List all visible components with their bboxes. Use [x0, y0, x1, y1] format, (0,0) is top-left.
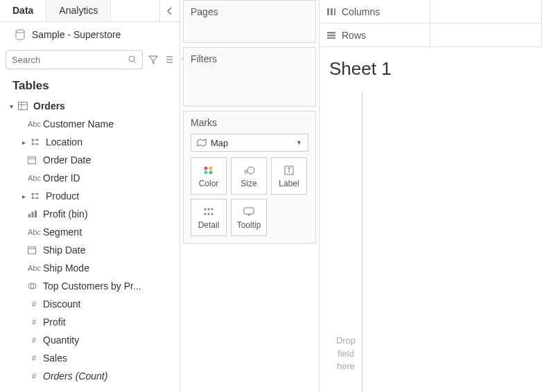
sheet-canvas[interactable]: Sheet 1 Drop field here — [320, 47, 542, 392]
filter-icon[interactable] — [146, 53, 160, 66]
date-icon — [28, 156, 40, 164]
svg-point-44 — [208, 213, 210, 215]
side-tabs: Data Analytics — [0, 0, 180, 22]
svg-point-40 — [204, 208, 207, 210]
field-discount[interactable]: #Discount — [0, 295, 180, 313]
field-label: Segment — [43, 226, 82, 238]
mark-btn-label: Label — [279, 179, 299, 188]
mark-type-select[interactable]: Map ▼ — [191, 134, 308, 152]
field-label: Top Customers by Pr... — [43, 280, 141, 292]
color-icon — [202, 164, 215, 177]
svg-rect-47 — [327, 8, 329, 15]
pages-card[interactable]: Pages — [183, 0, 316, 43]
field-profit-bin[interactable]: Profit (bin) — [0, 205, 180, 223]
field-label: Quantity — [43, 335, 79, 346]
tooltip-icon — [243, 206, 254, 218]
cards-column: Pages Filters Marks Map ▼ Color — [180, 0, 319, 392]
marks-title: Marks — [184, 112, 315, 134]
rows-icon — [326, 31, 336, 39]
pages-title: Pages — [184, 1, 315, 23]
field-quantity[interactable]: #Quantity — [0, 331, 180, 349]
abc-icon: Abc — [28, 264, 40, 272]
abc-icon: Abc — [28, 120, 40, 128]
field-sales[interactable]: #Sales — [0, 349, 180, 367]
rows-label: Rows — [320, 24, 430, 46]
field-label: Profit (bin) — [43, 208, 88, 220]
worksheet-area: Columns Rows Sheet 1 Drop field here — [319, 0, 542, 392]
field-label: Location — [46, 136, 82, 148]
search-input[interactable] — [12, 55, 128, 65]
map-icon — [197, 139, 207, 147]
table-icon — [18, 102, 30, 110]
field-label: Customer Name — [43, 118, 114, 130]
field-customer-name[interactable]: AbcCustomer Name — [0, 115, 180, 133]
svg-rect-48 — [331, 8, 333, 15]
row-axis-drop[interactable]: Drop field here — [329, 91, 362, 392]
sheet-title[interactable]: Sheet 1 — [326, 54, 535, 92]
caret-right-icon[interactable]: ▸ — [19, 193, 28, 200]
filters-title: Filters — [184, 48, 315, 70]
mark-size-button[interactable]: Size — [231, 157, 267, 195]
field-label: Profit — [43, 317, 66, 328]
rows-drop[interactable] — [430, 24, 542, 46]
datasource-row[interactable]: Sample - Superstore — [0, 22, 180, 47]
svg-point-37 — [247, 167, 254, 174]
marks-card: Marks Map ▼ Color Size T — [183, 111, 316, 244]
field-label: Orders — [33, 100, 65, 112]
svg-rect-6 — [19, 103, 28, 110]
field-orders-count[interactable]: #Orders (Count) — [0, 367, 180, 385]
svg-rect-50 — [327, 32, 335, 34]
mark-label-button[interactable]: T Label — [271, 157, 307, 195]
svg-rect-26 — [32, 212, 34, 217]
number-icon: # — [28, 318, 40, 326]
mark-btn-label: Detail — [198, 220, 220, 230]
field-label: Order ID — [43, 172, 80, 184]
svg-rect-51 — [327, 35, 335, 37]
field-product[interactable]: ▸Product — [0, 187, 180, 205]
search-icon — [128, 55, 137, 64]
rows-shelf[interactable]: Rows — [320, 24, 542, 47]
mark-tooltip-button[interactable]: Tooltip — [231, 199, 267, 236]
caret-down-icon[interactable]: ▾ — [7, 103, 15, 110]
mark-detail-button[interactable]: Detail — [191, 199, 227, 236]
svg-rect-28 — [28, 247, 36, 254]
number-icon: # — [28, 372, 40, 380]
field-profit[interactable]: #Profit — [0, 313, 180, 331]
search-input-wrap[interactable] — [6, 50, 143, 69]
table-orders[interactable]: ▾ Orders — [0, 97, 180, 115]
filters-card[interactable]: Filters — [183, 47, 316, 107]
svg-point-41 — [208, 208, 210, 210]
mark-color-button[interactable]: Color — [191, 157, 227, 195]
columns-icon — [326, 8, 336, 16]
columns-shelf[interactable]: Columns — [320, 0, 542, 24]
field-label: Ship Date — [43, 244, 85, 256]
detail-icon — [203, 206, 214, 218]
svg-point-33 — [209, 166, 213, 170]
field-ship-mode[interactable]: AbcShip Mode — [0, 259, 180, 277]
abc-icon: Abc — [28, 228, 40, 236]
tab-data[interactable]: Data — [0, 0, 46, 21]
svg-rect-16 — [28, 157, 36, 164]
field-location[interactable]: ▸Location — [0, 133, 180, 151]
field-top-customers[interactable]: Top Customers by Pr... — [0, 277, 180, 295]
mark-btn-label: Tooltip — [237, 220, 261, 230]
field-ship-date[interactable]: Ship Date — [0, 241, 180, 259]
drop-hint: Drop field here — [329, 335, 362, 373]
field-order-id[interactable]: AbcOrder ID — [0, 169, 180, 187]
view-options-icon[interactable] — [164, 53, 177, 66]
label-icon: T — [283, 164, 295, 177]
svg-point-1 — [129, 56, 134, 62]
svg-rect-25 — [28, 214, 30, 217]
collapse-pane-icon[interactable] — [159, 0, 180, 21]
tab-analytics[interactable]: Analytics — [46, 0, 111, 21]
fields-tree[interactable]: ▾ Orders AbcCustomer Name ▸Location Orde… — [0, 97, 180, 392]
mark-type-label: Map — [211, 138, 228, 148]
svg-rect-52 — [327, 37, 335, 39]
columns-drop[interactable] — [430, 0, 542, 23]
field-segment[interactable]: AbcSegment — [0, 223, 180, 241]
svg-point-32 — [204, 166, 208, 170]
caret-right-icon[interactable]: ▸ — [19, 139, 28, 146]
field-order-date[interactable]: Order Date — [0, 151, 180, 169]
number-icon: # — [28, 354, 40, 362]
svg-line-2 — [134, 61, 136, 63]
